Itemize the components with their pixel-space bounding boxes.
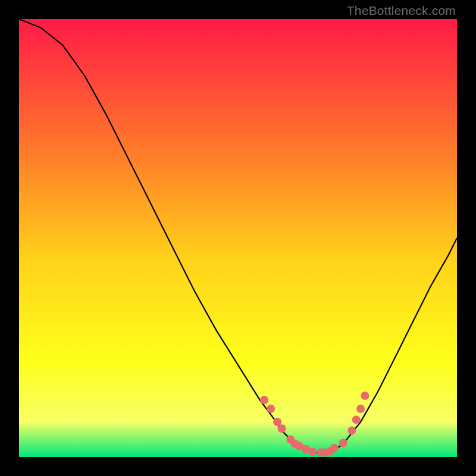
plot-area [19, 19, 457, 457]
curve-dot [330, 444, 339, 452]
curve-layer [19, 19, 457, 457]
bottleneck-curve [19, 19, 457, 453]
curve-dot [361, 392, 369, 400]
watermark-text: TheBottleneck.com [347, 4, 456, 18]
curve-dot [352, 415, 361, 424]
curve-dots [260, 392, 369, 457]
curve-dot [278, 424, 286, 433]
curve-dot [347, 427, 356, 435]
curve-dot [260, 396, 268, 404]
chart-frame: TheBottleneck.com [0, 0, 476, 476]
curve-dot [356, 405, 365, 413]
curve-dot [339, 439, 347, 447]
curve-dot [308, 447, 317, 456]
curve-dot [267, 405, 275, 413]
